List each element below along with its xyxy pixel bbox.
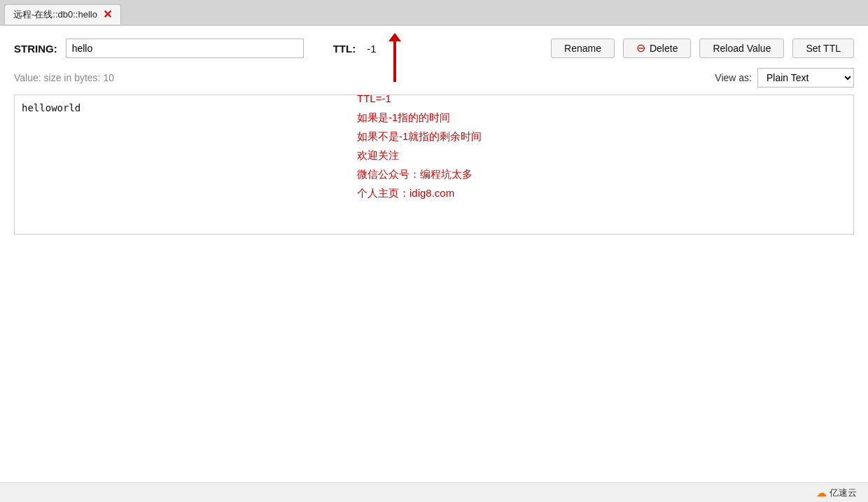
- brand-name: 亿速云: [830, 487, 857, 499]
- main-area: STRING: TTL: -1 Rename ⊖ Delete Reload V…: [0, 25, 868, 483]
- toolbar-row: STRING: TTL: -1 Rename ⊖ Delete Reload V…: [14, 39, 854, 58]
- view-as-label: View as:: [715, 72, 752, 83]
- brand-logo: ☁ 亿速云: [816, 487, 857, 499]
- ttl-label: TTL:: [333, 43, 356, 55]
- tab-redis[interactable]: 远程-在线::db0::hello ✕: [4, 4, 121, 25]
- rename-button[interactable]: Rename: [551, 39, 615, 58]
- string-label: STRING:: [14, 43, 57, 55]
- view-as-select[interactable]: Plain Text JSON MessagePack Hex: [757, 68, 854, 88]
- bottom-bar: ☁ 亿速云: [0, 482, 868, 502]
- annotation-arrow: [393, 40, 396, 82]
- brand-icon: ☁: [816, 487, 827, 499]
- reload-value-button[interactable]: Reload Value: [699, 39, 784, 58]
- set-ttl-button[interactable]: Set TTL: [792, 39, 854, 58]
- delete-label: Delete: [650, 43, 678, 54]
- value-textarea[interactable]: helloworld: [14, 95, 854, 235]
- view-as-row: View as: Plain Text JSON MessagePack Hex: [715, 68, 854, 88]
- tab-bar: 远程-在线::db0::hello ✕: [0, 0, 868, 25]
- delete-icon: ⊖: [636, 43, 645, 54]
- ttl-value: -1: [367, 43, 376, 55]
- tab-title: 远程-在线::db0::hello: [13, 8, 97, 21]
- value-row: Value: size in bytes: 10 View as: Plain …: [14, 68, 854, 88]
- string-input[interactable]: [66, 39, 304, 58]
- value-label: Value: size in bytes: 10: [14, 72, 114, 83]
- value-text: Value:: [14, 72, 41, 83]
- tab-close-icon[interactable]: ✕: [103, 9, 112, 20]
- size-text: size in bytes: 10: [44, 72, 114, 83]
- delete-button[interactable]: ⊖ Delete: [623, 39, 691, 58]
